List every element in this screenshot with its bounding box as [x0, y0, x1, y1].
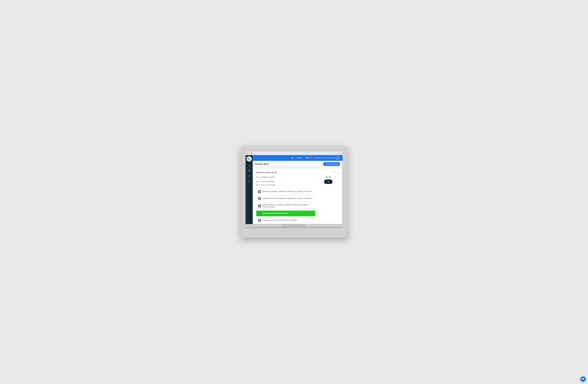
option-a[interactable]: A Statement (1) ALONE is sufficient but …: [256, 189, 315, 195]
option-d[interactable]: D EACH statement ALONE is sufficient.: [256, 211, 315, 216]
statement-2: (2) 3n + 2 is an even integer.: [256, 184, 315, 186]
question-text: If n is an integer, is n even?: [256, 176, 315, 178]
change-reading-button[interactable]: Change Reading: [323, 162, 340, 166]
dot-green: [251, 153, 252, 154]
option-a-text: Statement (1) ALONE is sufficient but st…: [262, 191, 312, 193]
option-d-label: D: [258, 212, 261, 215]
timer-value: 30: [329, 176, 331, 178]
option-c-text: BOTH statements TOGETHER are sufficient,…: [262, 204, 314, 208]
timer-display: ⏱ 30: [326, 176, 331, 178]
nav-separator-3: |: [313, 157, 313, 159]
option-e-label: E: [258, 219, 261, 222]
content-area: Question Bank Change Reading Number Prop…: [253, 161, 342, 224]
sidebar-logo[interactable]: ANALYST-PREP: [247, 156, 252, 161]
chat-button[interactable]: [580, 376, 586, 382]
option-a-label: A: [258, 190, 261, 193]
pause-icon: ⏸: [327, 181, 329, 183]
question-body: If n is an integer, is n even? (1) n2 + …: [256, 176, 339, 223]
cart-count: 3: [310, 156, 312, 158]
svg-point-0: [249, 165, 250, 166]
menu-icon[interactable]: ≡: [340, 152, 341, 154]
gmat-dropdown[interactable]: GMAT ▾: [297, 157, 303, 159]
sidebar-item-play[interactable]: [247, 168, 252, 173]
sidebar-item-chat[interactable]: [247, 174, 252, 178]
main-area: | GMAT ▾ | Cart 3 | Welc: [253, 155, 342, 224]
next-question-button[interactable]: ›: [336, 171, 339, 174]
dot-yellow: [249, 153, 250, 154]
option-c[interactable]: C BOTH statements TOGETHER are sufficien…: [256, 203, 315, 209]
laptop-base: [245, 227, 343, 228]
welcome-text: Welcome, Simon AnalystPrep: [315, 157, 335, 159]
top-nav: | GMAT ▾ | Cart 3 | Welc: [253, 155, 342, 161]
sidebar: ANALYST-PREP: [246, 155, 253, 224]
question-left-panel: If n is an integer, is n even? (1) n2 + …: [256, 176, 315, 223]
bell-icon[interactable]: [292, 157, 294, 159]
timer-icon: ⏱: [326, 176, 328, 178]
user-avatar: [336, 156, 339, 160]
option-b-label: B: [258, 197, 261, 200]
option-b-text: Statement (2) ALONE is sufficient but st…: [262, 198, 312, 200]
laptop-stand: [282, 224, 306, 227]
option-c-label: C: [258, 204, 261, 207]
welcome-chevron: ▾: [340, 157, 340, 159]
option-e[interactable]: E Statements (1) and (2) TOGETHER are no…: [256, 218, 315, 223]
cart-button[interactable]: Cart 3: [306, 157, 311, 159]
question-nav-arrows: ‹ ›: [332, 171, 339, 174]
question-bank-header: Question Bank Change Reading: [253, 161, 342, 167]
question-right-panel: ⏱ 30 ⏸: [318, 176, 339, 223]
svg-point-3: [249, 180, 250, 181]
option-b[interactable]: B Statement (2) ALONE is sufficient but …: [256, 196, 315, 202]
dot-red: [247, 153, 248, 154]
svg-marker-2: [249, 170, 250, 171]
sidebar-item-brain[interactable]: [247, 163, 252, 168]
nav-separator-2: |: [304, 157, 305, 159]
sidebar-item-award[interactable]: [247, 179, 252, 184]
nav-separator-1: |: [295, 157, 295, 159]
welcome-section[interactable]: Welcome, Simon AnalystPrep ▾: [315, 156, 340, 160]
option-d-text: EACH statement ALONE is sufficient.: [262, 212, 289, 215]
title-bar: ≡: [246, 151, 342, 155]
options-list: A Statement (1) ALONE is sufficient but …: [256, 189, 315, 223]
option-e-text: Statements (1) and (2) TOGETHER are not …: [262, 219, 297, 221]
question-header: Number Properties (Q. 78) ‹ ›: [256, 171, 339, 174]
question-category: Number Properties (Q. 78): [256, 172, 277, 173]
prev-question-button[interactable]: ‹: [332, 171, 336, 174]
question-container: Number Properties (Q. 78) ‹ › If n is an…: [254, 169, 341, 224]
statement-1: (1) n2 + 1 is an odd integer.: [256, 180, 315, 183]
pause-button[interactable]: ⏸: [324, 180, 333, 184]
page-title: Question Bank: [255, 163, 269, 165]
